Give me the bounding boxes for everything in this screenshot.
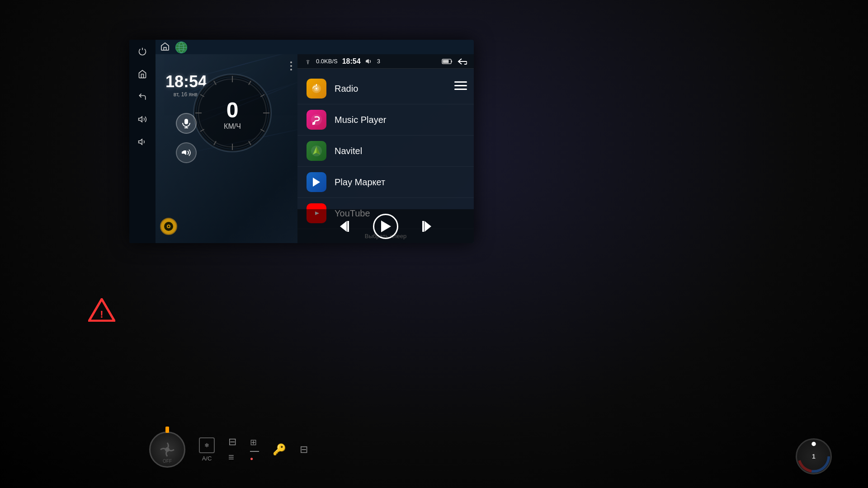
menu-item-radio[interactable]: Radio (297, 73, 474, 104)
svg-marker-38 (366, 59, 369, 64)
svg-marker-54 (381, 221, 391, 232)
svg-point-5 (811, 442, 816, 446)
play-market-label: Play Маркет (335, 177, 385, 188)
dropdown-topbar: 0.0KB/S 18:54 3 (297, 54, 474, 69)
rear-defrost[interactable]: ⊟ (300, 444, 308, 455)
music-player-app-icon (307, 110, 326, 130)
svg-marker-49 (313, 178, 320, 187)
svg-rect-40 (451, 61, 452, 62)
volume-level: 3 (377, 58, 380, 65)
sidebar-vol-down-icon[interactable] (135, 135, 150, 149)
car-screen: 18:54 вт, 16 янв. 0 КМ/Ч (129, 40, 474, 243)
screen-sidebar (129, 40, 156, 243)
menu-item-play-market[interactable]: Play Маркет (297, 167, 474, 198)
svg-marker-55 (425, 221, 431, 232)
svg-marker-32 (182, 150, 186, 155)
play-button[interactable] (373, 214, 398, 239)
three-dots-menu[interactable] (288, 60, 294, 72)
svg-marker-52 (340, 221, 347, 232)
key-icon[interactable]: 🔑 (273, 443, 286, 456)
hazard-triangle[interactable]: ! (88, 298, 115, 324)
mic-button[interactable] (176, 113, 197, 134)
svg-rect-41 (443, 60, 449, 63)
temp-dial[interactable]: 1 (796, 438, 832, 474)
globe-icon[interactable] (175, 42, 187, 53)
sidebar-vol-up-icon[interactable] (135, 112, 150, 127)
dashboard-area: OFF ❄ A/C ⊟ ≡ ⊞ ● 🔑 ⊟ 1 (136, 420, 868, 479)
radio-app-icon (307, 79, 326, 99)
svg-text:0: 0 (226, 98, 239, 122)
battery-icon (442, 58, 453, 65)
seat-heating[interactable]: ⊟ ≡ (228, 436, 236, 463)
svg-point-36 (168, 225, 170, 227)
svg-marker-7 (139, 139, 142, 145)
prev-button[interactable] (339, 220, 355, 233)
menu-items-list: Radio Music Player (297, 69, 474, 229)
speedometer: 0 КМ/Ч (192, 72, 273, 154)
play-market-app-icon (307, 172, 326, 192)
music-disc (160, 218, 177, 235)
navitel-app-icon (307, 141, 326, 161)
network-speed: 0.0KB/S (316, 58, 338, 65)
svg-rect-29 (184, 119, 188, 124)
svg-text:КМ/Ч: КМ/Ч (224, 122, 241, 130)
screen-home-nav-icon[interactable] (160, 42, 170, 52)
svg-text:!: ! (100, 309, 103, 320)
ac-label: ❄ A/C (199, 437, 215, 462)
svg-point-37 (307, 63, 308, 64)
screen-main-content: 18:54 вт, 16 янв. 0 КМ/Ч (156, 54, 474, 243)
fan-knob[interactable]: OFF (149, 432, 185, 468)
sidebar-power-icon[interactable] (135, 44, 150, 59)
dropdown-menu: 0.0KB/S 18:54 3 (297, 54, 474, 243)
svg-marker-6 (139, 117, 142, 122)
menu-item-music-player[interactable]: Music Player (297, 104, 474, 136)
menu-item-navitel[interactable]: Navitel (297, 136, 474, 167)
svg-rect-53 (347, 221, 349, 232)
svg-point-44 (316, 88, 317, 89)
svg-point-47 (312, 122, 315, 125)
music-player-label: Music Player (335, 115, 386, 125)
back-button-topbar[interactable] (457, 57, 467, 66)
svg-rect-56 (422, 221, 424, 232)
defrost-icons[interactable]: ⊞ ● (250, 437, 259, 462)
next-button[interactable] (416, 220, 433, 233)
navitel-label: Navitel (335, 146, 362, 156)
sidebar-back-icon[interactable] (135, 89, 150, 104)
volume-icon-topbar (365, 58, 373, 65)
volume-button[interactable] (176, 142, 197, 163)
topbar-time: 18:54 (342, 57, 361, 66)
wifi-icon-area (304, 59, 311, 64)
hamburger-menu[interactable] (454, 81, 467, 90)
radio-label: Radio (335, 84, 358, 94)
playback-controls (297, 209, 474, 243)
sidebar-home-icon[interactable] (135, 67, 150, 81)
